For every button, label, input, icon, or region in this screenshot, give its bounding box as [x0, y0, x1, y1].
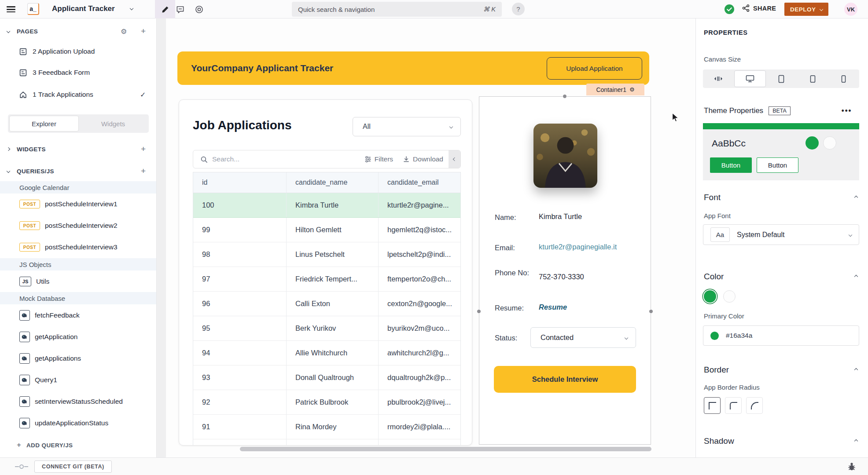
- theme-more-icon[interactable]: •••: [842, 106, 852, 116]
- quick-search-input[interactable]: [298, 2, 443, 17]
- column-header-candidate-name[interactable]: candidate_name: [287, 172, 379, 193]
- add-widget-icon[interactable]: +: [141, 144, 146, 154]
- table-row[interactable]: 98 Linus Petschelt lpetschelt2p@indi...: [193, 242, 460, 267]
- js-item-utils[interactable]: JS Utils: [0, 273, 157, 290]
- query-item-postScheduleInterview1[interactable]: POST postScheduleInterview1: [0, 196, 157, 212]
- theme-secondary-button-preview[interactable]: Button: [757, 157, 798, 173]
- download-button[interactable]: Download: [403, 155, 443, 163]
- radius-option-medium[interactable]: [725, 397, 742, 414]
- font-section-header[interactable]: Font: [704, 193, 721, 202]
- container-selection-badge[interactable]: Container1 ⚙: [586, 84, 644, 95]
- font-collapse-icon[interactable]: [854, 196, 858, 199]
- table-row[interactable]: 90 Jany Mullins jmullins2h@shutt...: [193, 439, 460, 446]
- sidebar-item-page-feedback-form[interactable]: 3 Feeedback Form: [0, 64, 157, 81]
- canvas-size-fluid[interactable]: [703, 69, 734, 88]
- table-row[interactable]: 95 Berk Yurikov byurikov2m@uco...: [193, 316, 460, 341]
- tab-explorer[interactable]: Explorer: [9, 116, 79, 132]
- db-item-setInterviewStatusScheduled[interactable]: setInterviewStatusScheduled: [0, 393, 157, 410]
- container-settings-icon[interactable]: ⚙: [629, 86, 635, 93]
- schedule-interview-button[interactable]: Schedule Interview: [494, 366, 636, 393]
- connect-git-button[interactable]: CONNECT GIT (BETA): [34, 460, 112, 473]
- table-row[interactable]: 92 Patrick Bulbrook pbulbrook2j@livej...: [193, 390, 460, 415]
- sidebar-item-page-application-upload[interactable]: 2 Application Upload: [0, 43, 157, 60]
- table-row[interactable]: 93 Donall Qualtrough dqualtrough2k@p...: [193, 365, 460, 390]
- upload-application-button[interactable]: Upload Application: [547, 57, 642, 80]
- app-font-select[interactable]: Aa System Default: [703, 224, 859, 245]
- canvas-size-desktop[interactable]: [734, 70, 766, 87]
- radius-option-sharp[interactable]: [704, 397, 721, 414]
- border-section-header[interactable]: Border: [704, 365, 729, 375]
- table-row[interactable]: 99 Hilton Gemlett hgemlett2q@istoc...: [193, 218, 460, 242]
- quick-search-bar[interactable]: ⌘ K: [292, 2, 502, 17]
- resume-link[interactable]: Resume: [539, 303, 567, 311]
- border-collapse-icon[interactable]: [854, 368, 858, 372]
- column-header-id[interactable]: id: [193, 172, 287, 193]
- cell-email: lpetschelt2p@indi...: [379, 242, 460, 267]
- toolbar-collapse-button[interactable]: [449, 150, 460, 168]
- widgets-expand-icon[interactable]: [7, 147, 10, 151]
- comments-button[interactable]: [176, 5, 184, 15]
- preview-button[interactable]: [195, 5, 203, 15]
- hamburger-menu-icon[interactable]: [7, 5, 15, 14]
- cell-email: pbulbrook2j@livej...: [379, 390, 460, 414]
- app-title-chevron-icon[interactable]: [130, 7, 133, 10]
- column-header-candidate-email[interactable]: candidate_email: [379, 172, 460, 193]
- app-font-label: App Font: [704, 212, 731, 219]
- db-item-getApplication[interactable]: getApplication: [0, 329, 157, 345]
- color-collapse-icon[interactable]: [854, 275, 858, 278]
- widgets-section-row[interactable]: WIDGETS +: [0, 141, 157, 157]
- edit-mode-button[interactable]: [155, 0, 175, 18]
- table-row[interactable]: 91 Rina Mordey rmordey2i@plala....: [193, 415, 460, 439]
- canvas-size-tablet[interactable]: [797, 69, 828, 88]
- db-item-updateApplicationStatus[interactable]: updateApplicationStatus: [0, 415, 157, 431]
- table-row[interactable]: 97 Friedrick Tempert... ftemperton2o@ch.…: [193, 267, 460, 292]
- share-button[interactable]: SHARE: [742, 4, 776, 12]
- deploy-button[interactable]: DEPLOY: [784, 3, 828, 16]
- primary-color-input[interactable]: #16a34a: [703, 325, 859, 346]
- canvas-size-mobile[interactable]: [828, 69, 859, 88]
- status-select[interactable]: Contacted: [530, 327, 636, 348]
- table-row[interactable]: 96 Calli Exton cexton2n@google...: [193, 292, 460, 316]
- table-row[interactable]: 94 Allie Whitchurch awhitchurch2l@g...: [193, 341, 460, 365]
- color-swatch-green[interactable]: [704, 290, 716, 303]
- debug-bug-icon[interactable]: [847, 462, 857, 471]
- color-swatch-white[interactable]: [723, 290, 736, 303]
- tab-widgets[interactable]: Widgets: [79, 116, 147, 132]
- resize-handle-top[interactable]: [563, 94, 567, 99]
- table-search-input[interactable]: [212, 155, 364, 163]
- radius-option-large[interactable]: [746, 397, 763, 414]
- theme-color-dot-green[interactable]: [805, 136, 819, 150]
- sidebar-item-page-track-applications[interactable]: 1 Track Applications ✓: [0, 86, 157, 103]
- table-row-selected[interactable]: 100 Kimbra Turtle kturtle2r@pagine...: [193, 193, 460, 218]
- resize-handle-right[interactable]: [649, 309, 653, 314]
- query-item-postScheduleInterview2[interactable]: POST postScheduleInterview2: [0, 217, 157, 234]
- pages-collapse-icon[interactable]: [7, 29, 10, 33]
- candidate-detail-container[interactable]: Name: Kimbra Turtle Email: kturtle2r@pag…: [479, 96, 651, 445]
- db-item-fetchFeedback[interactable]: fetchFeedback: [0, 307, 157, 324]
- app-screen: a_ Applicant Tracker ⌘ K ? SHARE DEPLOY …: [0, 0, 868, 475]
- add-query-js-button[interactable]: + ADD QUERY/JS: [0, 437, 157, 453]
- user-avatar[interactable]: VK: [844, 3, 857, 16]
- db-item-getApplications[interactable]: getApplications: [0, 350, 157, 367]
- select-chevron-icon: [625, 336, 628, 339]
- shadow-section-header[interactable]: Shadow: [704, 436, 734, 446]
- add-query-icon[interactable]: +: [141, 166, 146, 176]
- canvas-size-tablet-large[interactable]: [766, 69, 797, 88]
- queries-collapse-icon[interactable]: [7, 169, 10, 173]
- help-button[interactable]: ?: [512, 3, 525, 15]
- theme-primary-button-preview[interactable]: Button: [710, 157, 752, 173]
- queries-section-row[interactable]: QUERIES/JS +: [0, 163, 157, 179]
- horizontal-scrollbar[interactable]: [240, 447, 651, 451]
- app-header-banner[interactable]: YourCompany Applicant Tracker Upload App…: [177, 51, 649, 85]
- db-item-Query1[interactable]: Query1: [0, 372, 157, 388]
- query-item-postScheduleInterview3[interactable]: POST postScheduleInterview3: [0, 239, 157, 256]
- filters-button[interactable]: Filters: [364, 155, 393, 163]
- shadow-collapse-icon[interactable]: [854, 439, 858, 443]
- theme-color-dot-white[interactable]: [823, 136, 836, 150]
- add-page-icon[interactable]: +: [141, 26, 146, 36]
- resize-handle-left[interactable]: [477, 309, 481, 314]
- email-link[interactable]: kturtle2r@paginegialle.it: [539, 243, 617, 251]
- pages-settings-icon[interactable]: ⚙: [121, 27, 127, 36]
- color-section-header[interactable]: Color: [704, 272, 724, 281]
- status-filter-select[interactable]: All: [353, 117, 461, 136]
